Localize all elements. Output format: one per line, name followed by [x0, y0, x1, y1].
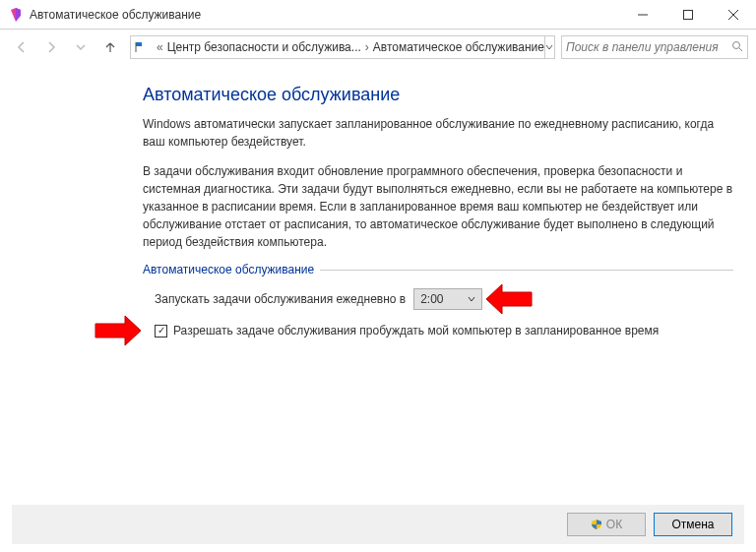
wake-row: ✓ Разрешать задаче обслуживания пробужда…: [155, 324, 733, 337]
intro-paragraph: Windows автоматически запускает запланир…: [143, 115, 733, 151]
description-paragraph: В задачи обслуживания входит обновление …: [143, 162, 733, 251]
shield-icon: [591, 519, 602, 530]
time-value: 2:00: [420, 292, 443, 306]
content-area: Автоматическое обслуживание Windows авто…: [0, 65, 756, 337]
svg-rect-1: [684, 10, 693, 19]
close-button[interactable]: [711, 0, 756, 30]
navbar: « Центр безопасности и обслужива... › Ав…: [0, 30, 756, 65]
forward-button[interactable]: [37, 33, 65, 61]
window-title: Автоматическое обслуживание: [30, 8, 201, 22]
time-select[interactable]: 2:00: [413, 288, 482, 310]
search-box[interactable]: [561, 35, 748, 59]
history-dropdown[interactable]: [67, 33, 94, 61]
back-button[interactable]: [8, 33, 35, 61]
svg-point-6: [733, 41, 740, 48]
breadcrumb-item-maintenance[interactable]: Автоматическое обслуживание: [373, 40, 544, 54]
search-icon[interactable]: [731, 40, 743, 55]
ok-button[interactable]: ОК: [567, 513, 646, 536]
control-panel-icon: [135, 39, 149, 55]
wake-checkbox[interactable]: ✓: [155, 325, 167, 337]
app-icon: [8, 7, 24, 23]
breadcrumb-item-security[interactable]: Центр безопасности и обслужива...: [167, 40, 361, 54]
group-title: Автоматическое обслуживание: [143, 263, 314, 276]
cancel-label: Отмена: [671, 518, 714, 531]
refresh-button[interactable]: [553, 40, 555, 54]
maintenance-group: Автоматическое обслуживание Запускать за…: [143, 263, 733, 337]
footer-bar: ОК Отмена: [12, 505, 744, 544]
minimize-button[interactable]: [620, 0, 665, 30]
window-controls: [620, 0, 756, 30]
chevron-down-icon: [468, 295, 475, 303]
schedule-label: Запускать задачи обслуживания ежедневно …: [155, 292, 406, 306]
search-input[interactable]: [566, 40, 731, 54]
annotation-arrow-time: [484, 282, 534, 316]
wake-label[interactable]: Разрешать задаче обслуживания пробуждать…: [173, 324, 659, 337]
maximize-button[interactable]: [665, 0, 711, 30]
chevron-right-icon: ›: [365, 40, 369, 54]
schedule-row: Запускать задачи обслуживания ежедневно …: [155, 288, 733, 310]
svg-line-7: [739, 48, 742, 51]
ok-label: ОК: [606, 518, 622, 531]
annotation-arrow-checkbox: [94, 314, 143, 347]
titlebar: Автоматическое обслуживание: [0, 0, 756, 30]
breadcrumb[interactable]: « Центр безопасности и обслужива... › Ав…: [130, 35, 555, 59]
page-heading: Автоматическое обслуживание: [143, 85, 756, 105]
group-header: Автоматическое обслуживание: [143, 263, 733, 276]
breadcrumb-separator: «: [157, 40, 163, 54]
svg-rect-4: [136, 42, 142, 46]
breadcrumb-dropdown[interactable]: [544, 36, 553, 58]
group-divider: [320, 270, 733, 271]
up-button[interactable]: [96, 33, 124, 61]
cancel-button[interactable]: Отмена: [654, 513, 732, 536]
